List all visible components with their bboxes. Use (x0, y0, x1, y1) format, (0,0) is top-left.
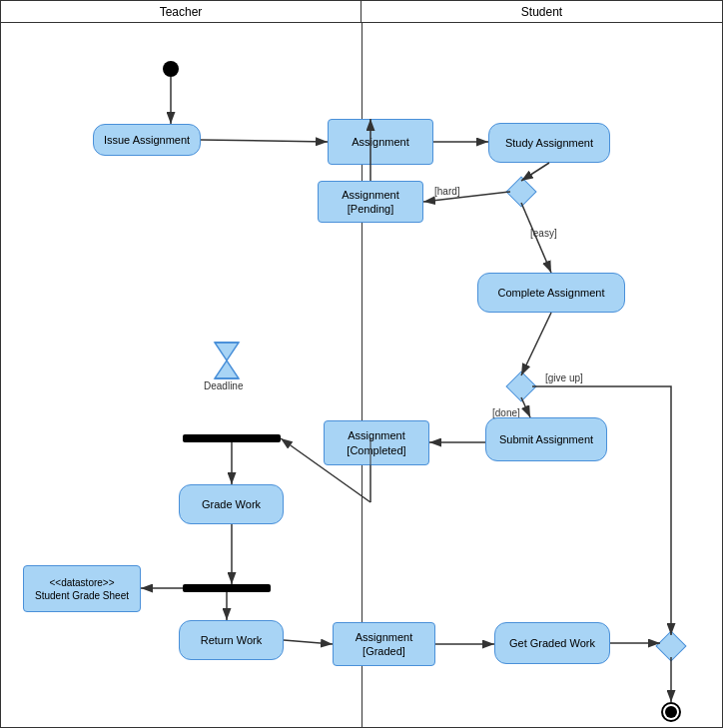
header-student: Student (362, 1, 722, 22)
svg-marker-1 (215, 361, 239, 378)
student-grade-sheet-node: <<datastore>>Student Grade Sheet (23, 565, 141, 612)
give-up-label: [give up] (545, 372, 583, 383)
header: Teacher Student (1, 1, 722, 23)
assignment-pending-node: Assignment[Pending] (318, 181, 423, 223)
svg-marker-0 (215, 343, 239, 361)
get-graded-work-node: Get Graded Work (494, 622, 610, 664)
issue-assignment-node: Issue Assignment (93, 124, 201, 156)
final-state (661, 702, 681, 722)
return-work-node: Return Work (179, 620, 284, 660)
study-assignment-node: Study Assignment (488, 123, 610, 163)
hard-label: [hard] (434, 186, 460, 197)
easy-label: [easy] (530, 228, 557, 239)
fork-bar-1 (183, 434, 281, 442)
diagram-body: Issue Assignment Assignment Study Assign… (1, 23, 722, 728)
svg-line-8 (521, 163, 549, 181)
diamond-1 (505, 176, 536, 207)
svg-line-20 (284, 640, 333, 644)
hourglass-icon (213, 341, 241, 380)
diamond-2 (505, 370, 536, 401)
header-teacher: Teacher (1, 1, 362, 22)
svg-line-11 (521, 313, 551, 375)
complete-assignment-node: Complete Assignment (477, 273, 625, 313)
initial-state (163, 61, 179, 77)
assignment-graded-node: Assignment[Graded] (333, 622, 435, 666)
deadline-label: Deadline (204, 380, 243, 391)
diamond-3 (655, 630, 686, 661)
svg-line-6 (201, 140, 328, 142)
assignment-completed-node: Assignment[Completed] (324, 420, 429, 465)
assignment-node: Assignment (328, 119, 433, 165)
submit-assignment-node: Submit Assignment (485, 417, 607, 461)
diagram-container: Teacher Student Issue Assignment Assignm… (0, 0, 723, 728)
grade-work-node: Grade Work (179, 484, 284, 524)
fork-bar-2 (183, 584, 271, 592)
